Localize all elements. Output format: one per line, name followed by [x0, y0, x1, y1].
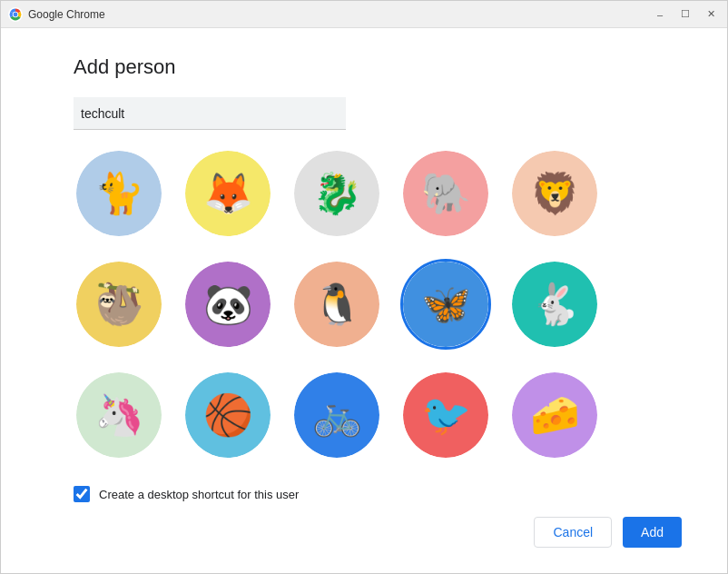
avatar-icon: 🦁 — [512, 151, 597, 236]
avatar-icon: 🐇 — [512, 262, 597, 347]
footer: Cancel Add — [74, 517, 682, 557]
avatar-icon: 🐈 — [76, 151, 162, 236]
title-bar-title: Google Chrome — [28, 8, 105, 21]
avatar-item[interactable]: 🐇 — [509, 259, 600, 350]
avatar-item[interactable]: 🐼 — [182, 259, 273, 350]
avatar-item[interactable]: 🧀 — [509, 370, 600, 460]
chrome-logo-icon — [8, 7, 23, 22]
desktop-shortcut-checkbox[interactable] — [74, 486, 90, 502]
avatar-icon: 🚲 — [294, 372, 379, 458]
avatar-icon: 🏀 — [185, 372, 271, 458]
avatar-item[interactable]: 🐉 — [291, 148, 382, 239]
page-title: Add person — [74, 55, 682, 79]
avatar-icon: 🐦 — [403, 372, 488, 458]
avatar-icon: 🐘 — [403, 151, 488, 236]
avatar-item[interactable]: 🐦 — [400, 370, 491, 460]
avatar-item[interactable]: 🐈 — [74, 148, 164, 239]
minimize-button[interactable]: – — [651, 5, 669, 24]
add-button[interactable]: Add — [623, 517, 682, 548]
avatar-icon: 🦋 — [403, 262, 488, 347]
avatar-icon: 🧀 — [512, 372, 597, 458]
checkbox-area: Create a desktop shortcut for this user — [74, 486, 682, 502]
title-bar-controls: – ☐ ✕ — [651, 5, 720, 24]
avatar-item[interactable]: 🐧 — [291, 259, 382, 350]
avatar-item[interactable]: 🦁 — [509, 148, 600, 239]
avatar-icon: 🐧 — [294, 262, 379, 347]
avatar-item[interactable]: 🦥 — [74, 259, 164, 350]
cancel-button[interactable]: Cancel — [534, 517, 612, 548]
avatar-icon: 🐉 — [294, 151, 379, 236]
maximize-button[interactable]: ☐ — [676, 5, 694, 24]
title-bar-left: Google Chrome — [8, 7, 105, 22]
main-content: Add person 🐈🦊🐉🐘🦁🦥🐼🐧🦋🐇🦄🏀🚲🐦🧀 Create a desk… — [1, 28, 727, 574]
avatar-item[interactable]: 🏀 — [182, 370, 273, 460]
avatar-item[interactable]: 🚲 — [291, 370, 382, 460]
avatar-grid-container: 🐈🦊🐉🐘🦁🦥🐼🐧🦋🐇🦄🏀🚲🐦🧀 — [74, 148, 682, 471]
avatar-icon: 🦊 — [185, 151, 271, 236]
desktop-shortcut-label: Create a desktop shortcut for this user — [99, 488, 299, 501]
avatar-icon: 🦥 — [76, 262, 162, 347]
name-input[interactable] — [74, 97, 346, 130]
avatar-icon: 🐼 — [185, 262, 271, 347]
avatar-item[interactable]: 🦊 — [182, 148, 273, 239]
avatar-item[interactable]: 🦄 — [74, 370, 164, 460]
close-button[interactable]: ✕ — [702, 5, 720, 24]
svg-point-3 — [14, 12, 18, 16]
avatar-icon: 🦄 — [76, 372, 162, 458]
avatar-item[interactable]: 🦋 — [400, 259, 491, 350]
avatar-grid: 🐈🦊🐉🐘🦁🦥🐼🐧🦋🐇🦄🏀🚲🐦🧀 — [74, 148, 682, 471]
title-bar: Google Chrome – ☐ ✕ — [1, 1, 727, 28]
avatar-item[interactable]: 🐘 — [400, 148, 491, 239]
